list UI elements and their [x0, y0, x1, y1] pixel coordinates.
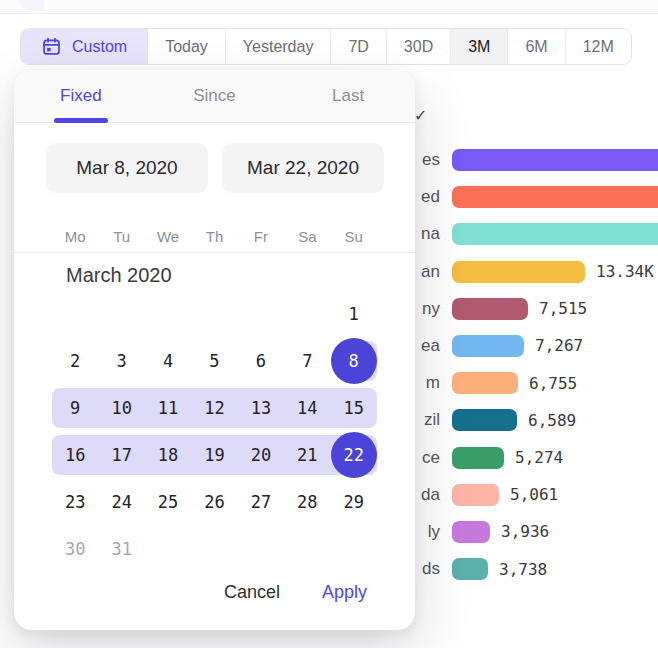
day-cell[interactable]: 16 — [52, 435, 98, 475]
day-cell[interactable]: 9 — [52, 388, 98, 428]
bar — [452, 558, 488, 580]
day-cell[interactable]: 27 — [238, 482, 284, 522]
day-cell-disabled: 31 — [98, 529, 144, 569]
top-strip — [0, 0, 658, 14]
chart-row: an 13.34K — [395, 261, 658, 283]
day-cell-range-start[interactable]: 8 — [331, 341, 377, 381]
day-cell[interactable]: 4 — [145, 341, 191, 381]
preset-7d[interactable]: 7D — [331, 29, 386, 64]
day-cell[interactable]: 5 — [191, 341, 237, 381]
chart-row: ny 7,515 — [395, 298, 658, 320]
bar-value: 7,267 — [535, 336, 583, 355]
weekday-label: Fr — [238, 228, 284, 245]
weekday-label: Sa — [284, 228, 330, 245]
country-bar-chart: es ed na an 13.34K ny 7,515 ea 7,267 m 6… — [395, 149, 658, 595]
day-cell[interactable]: 7 — [284, 341, 330, 381]
week-row-in-range: 16 17 18 19 20 21 22 — [52, 435, 377, 475]
weekday-label: Su — [331, 228, 377, 245]
bar — [452, 372, 518, 394]
day-cell[interactable]: 21 — [284, 435, 330, 475]
day-cell[interactable]: 20 — [238, 435, 284, 475]
chart-row: ds 3,738 — [395, 558, 658, 580]
day-cell[interactable]: 23 — [52, 482, 98, 522]
bar — [452, 261, 585, 283]
bar — [452, 335, 524, 357]
weekday-label: Mo — [52, 228, 98, 245]
day-cell — [145, 294, 191, 334]
bar-value: 6,589 — [528, 411, 576, 430]
day-cell[interactable]: 28 — [284, 482, 330, 522]
day-cell[interactable]: 6 — [238, 341, 284, 381]
top-corner-decoration — [20, 0, 44, 11]
weekday-header: Mo Tu We Th Fr Sa Su — [52, 228, 377, 245]
preset-6m[interactable]: 6M — [508, 29, 565, 64]
preset-today[interactable]: Today — [148, 29, 226, 64]
day-cell[interactable]: 15 — [331, 388, 377, 428]
tab-fixed[interactable]: Fixed — [14, 70, 148, 122]
tab-since[interactable]: Since — [148, 70, 282, 122]
day-cell[interactable]: 3 — [98, 341, 144, 381]
day-cell-range-end[interactable]: 22 — [331, 435, 377, 475]
chart-row: zil 6,589 — [395, 409, 658, 431]
day-cell[interactable]: 14 — [284, 388, 330, 428]
tab-last[interactable]: Last — [281, 70, 415, 122]
chart-row: da 5,061 — [395, 484, 658, 506]
apply-button[interactable]: Apply — [322, 582, 367, 603]
bar — [452, 186, 658, 208]
day-cell[interactable]: 12 — [191, 388, 237, 428]
cancel-button[interactable]: Cancel — [224, 582, 280, 603]
day-cell — [284, 294, 330, 334]
preset-30d[interactable]: 30D — [387, 29, 451, 64]
weekday-label: Th — [191, 228, 237, 245]
bar — [452, 149, 658, 171]
bar-value: 13.34K — [596, 262, 654, 281]
bar — [452, 521, 490, 543]
day-cell[interactable]: 26 — [191, 482, 237, 522]
start-date-input[interactable]: Mar 8, 2020 — [46, 143, 208, 193]
bar — [452, 447, 504, 469]
day-cell[interactable]: 19 — [191, 435, 237, 475]
chart-row: m 6,755 — [395, 372, 658, 394]
day-cell — [284, 529, 330, 569]
day-cell — [145, 529, 191, 569]
custom-range-button[interactable]: Custom — [21, 29, 148, 64]
day-cell[interactable]: 17 — [98, 435, 144, 475]
day-cell — [191, 294, 237, 334]
day-cell[interactable]: 1 — [331, 294, 377, 334]
selected-day-end: 22 — [331, 432, 377, 478]
day-cell[interactable]: 10 — [98, 388, 144, 428]
day-cell[interactable]: 11 — [145, 388, 191, 428]
bar-value: 7,515 — [539, 299, 587, 318]
date-inputs-row: Mar 8, 2020 Mar 22, 2020 — [46, 143, 384, 193]
popup-footer: Cancel Apply — [224, 582, 367, 603]
day-cell[interactable]: 13 — [238, 388, 284, 428]
chart-row: ed — [395, 186, 658, 208]
day-cell — [98, 294, 144, 334]
bar-value: 6,755 — [529, 374, 577, 393]
chart-row: es — [395, 149, 658, 171]
day-cell — [52, 294, 98, 334]
day-cell[interactable]: 24 — [98, 482, 144, 522]
active-tab-underline — [54, 118, 108, 123]
day-cell — [331, 529, 377, 569]
calendar-icon — [41, 36, 62, 57]
preset-12m[interactable]: 12M — [566, 29, 631, 64]
end-date-input[interactable]: Mar 22, 2020 — [222, 143, 384, 193]
divider — [14, 252, 415, 253]
day-cell-disabled: 30 — [52, 529, 98, 569]
day-cell[interactable]: 18 — [145, 435, 191, 475]
day-cell[interactable]: 29 — [331, 482, 377, 522]
bar — [452, 298, 528, 320]
week-row: 1 — [52, 294, 377, 334]
date-picker-popup: Fixed Since Last Mar 8, 2020 Mar 22, 202… — [14, 70, 415, 630]
custom-range-label: Custom — [72, 38, 127, 56]
chart-row: ce 5,274 — [395, 447, 658, 469]
day-cell[interactable]: 2 — [52, 341, 98, 381]
day-cell — [238, 294, 284, 334]
month-title: March 2020 — [66, 264, 172, 287]
day-cell[interactable]: 25 — [145, 482, 191, 522]
day-cell — [238, 529, 284, 569]
preset-3m[interactable]: 3M — [451, 29, 508, 64]
calendar-grid: 1 2 3 4 5 6 7 8 9 10 11 12 13 14 15 16 1… — [52, 294, 377, 576]
preset-yesterday[interactable]: Yesterday — [226, 29, 332, 64]
